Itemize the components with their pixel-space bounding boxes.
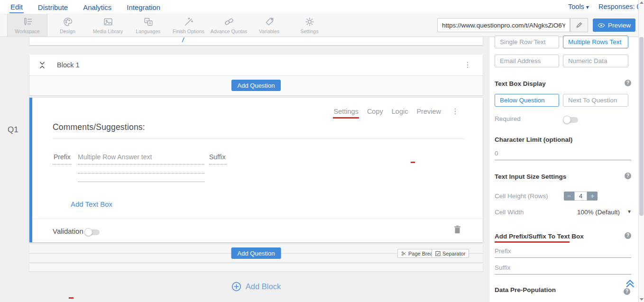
variables-icon — [264, 17, 275, 27]
tab-distribute[interactable]: Distribute — [37, 1, 69, 13]
block-card: Block 1 Add Question — [29, 55, 483, 95]
preview-button[interactable]: Preview — [593, 18, 635, 32]
tab-analytics[interactable]: Analytics — [82, 1, 112, 13]
toolbar-item-workspace[interactable]: Workspace — [7, 14, 47, 37]
question-number-label: Q1 — [8, 125, 18, 135]
advance-quotas-icon — [224, 17, 234, 27]
prefix-label[interactable]: Prefix — [54, 153, 71, 161]
question-title-divider — [53, 138, 465, 139]
toolbar-item-design[interactable]: Design — [47, 14, 88, 37]
toolbar-item-label: Media Library — [93, 28, 123, 34]
add-question-button-bottom[interactable]: Add Question — [231, 247, 281, 259]
tab-edit[interactable]: Edit — [9, 1, 24, 13]
text-input-size-heading: Text Input Size Settings — [495, 173, 566, 180]
question-tab-settings[interactable]: Settings — [333, 108, 358, 115]
answer-row-line-1 — [78, 164, 204, 165]
toolbar-item-label: Settings — [301, 28, 319, 34]
help-icon[interactable] — [624, 288, 630, 295]
question-settings-sidebar: Single Row Text Multiple Rows Text Email… — [489, 37, 638, 302]
answer-type-numeric[interactable]: Numeric Data — [563, 55, 628, 67]
question-tabs: Settings Copy Logic Preview — [333, 108, 441, 115]
help-icon[interactable] — [625, 173, 631, 179]
increment-button[interactable]: + — [587, 192, 598, 201]
toolbar-item-label: Advance Quotas — [211, 28, 248, 34]
toolbar-item-finish-options[interactable]: Finish Options — [168, 14, 209, 37]
toggle-knob — [563, 116, 571, 124]
add-text-box-link[interactable]: Add Text Box — [71, 200, 112, 208]
text-box-display-heading: Text Box Display — [495, 80, 546, 87]
data-pre-population-heading: Data Pre-Population — [495, 286, 556, 293]
pencil-icon — [576, 22, 582, 28]
prefix-input[interactable] — [495, 247, 631, 258]
toolbar-item-label: Workspace — [15, 28, 39, 34]
svg-text:x: x — [146, 18, 147, 23]
help-icon[interactable] — [625, 80, 631, 86]
add-block-button[interactable]: Add Block — [29, 280, 483, 293]
toolbar-item-settings[interactable]: Settings — [289, 14, 330, 37]
languages-icon: x A — [143, 17, 154, 27]
workspace-icon — [22, 17, 33, 27]
cell-height-value[interactable]: 4 — [574, 192, 587, 201]
tab-integration[interactable]: Integration — [126, 1, 161, 13]
required-toggle[interactable] — [564, 117, 578, 123]
top-nav: Edit Distribute Analytics Integration — [0, 0, 638, 14]
question-tab-copy[interactable]: Copy — [367, 108, 383, 115]
tools-menu[interactable]: Tools — [568, 3, 589, 10]
help-icon[interactable] — [625, 232, 631, 239]
scroll-to-top-icon[interactable] — [625, 278, 635, 288]
question-card: Settings Copy Logic Preview Comments/Sug… — [29, 98, 483, 242]
toolbar-item-label: Design — [60, 28, 75, 34]
media-library-icon — [103, 17, 113, 27]
toolbar-item-advance-quotas[interactable]: Advance Quotas — [209, 14, 249, 37]
suffix-input[interactable] — [495, 264, 631, 275]
question-title[interactable]: Comments/Suggestions: — [53, 122, 145, 132]
cell-width-select[interactable]: 100% (Default) — [577, 209, 620, 216]
character-limit-input[interactable] — [495, 150, 631, 160]
survey-url-input[interactable] — [437, 18, 570, 32]
responses-counter[interactable]: Responses: 0 — [598, 3, 641, 10]
suffix-label[interactable]: Suffix — [209, 153, 226, 161]
chevron-down-icon[interactable] — [628, 208, 631, 215]
scrollbar-thumb[interactable] — [639, 37, 644, 216]
separator-button[interactable]: Separator — [432, 249, 469, 258]
edit-url-button[interactable] — [570, 18, 588, 32]
display-next-to-question[interactable]: Next To Question — [563, 94, 628, 107]
add-question-button[interactable]: Add Question — [231, 80, 281, 91]
scrollbar-up-arrow[interactable] — [640, 1, 644, 4]
toolbar-item-label: Finish Options — [173, 28, 204, 34]
separator-label: Separator — [442, 251, 465, 256]
required-label: Required — [495, 115, 521, 122]
decrement-button[interactable]: − — [564, 192, 574, 201]
toolbar-item-media-library[interactable]: Media Library — [88, 14, 128, 37]
scrollbar-down-arrow[interactable] — [640, 298, 644, 301]
answer-textbox-placeholder[interactable]: Multiple Row Answer text — [78, 153, 152, 161]
block-title: Block 1 — [57, 61, 80, 69]
toolbar-item-label: Variables — [259, 28, 279, 34]
page-break-icon — [401, 251, 406, 256]
tools-label: Tools — [568, 3, 584, 10]
eye-icon — [598, 23, 605, 28]
question-tab-logic[interactable]: Logic — [392, 108, 408, 115]
display-below-question[interactable]: Below Question — [495, 94, 559, 107]
edit-pencil-fragment-icon — [181, 37, 185, 43]
question-menu-icon[interactable] — [451, 107, 459, 116]
chevron-down-icon — [584, 3, 589, 10]
question-tab-preview[interactable]: Preview — [416, 108, 441, 115]
answer-type-email[interactable]: Email Address — [495, 55, 559, 67]
answer-type-single-row[interactable]: Single Row Text — [495, 36, 559, 48]
cell-height-label: Cell Height (Rows) — [495, 192, 548, 200]
delete-question-icon[interactable] — [454, 225, 461, 234]
collapse-block-icon[interactable] — [39, 61, 46, 69]
answer-row-line-3 — [78, 182, 205, 182]
toolbar-item-label: Languages — [136, 28, 161, 34]
toggle-knob — [84, 228, 92, 236]
answer-type-multiple-rows[interactable]: Multiple Rows Text — [563, 36, 628, 48]
cell-width-label: Cell Width — [495, 209, 524, 216]
validation-toggle[interactable] — [85, 229, 100, 235]
toolbar-item-variables[interactable]: Variables — [249, 14, 289, 37]
svg-text:A: A — [148, 21, 151, 25]
cell-height-stepper: − 4 + — [564, 192, 598, 201]
block-menu-icon[interactable] — [464, 60, 471, 69]
toolbar-item-languages[interactable]: x A Languages — [128, 14, 168, 37]
answer-row-line-2 — [78, 173, 205, 174]
